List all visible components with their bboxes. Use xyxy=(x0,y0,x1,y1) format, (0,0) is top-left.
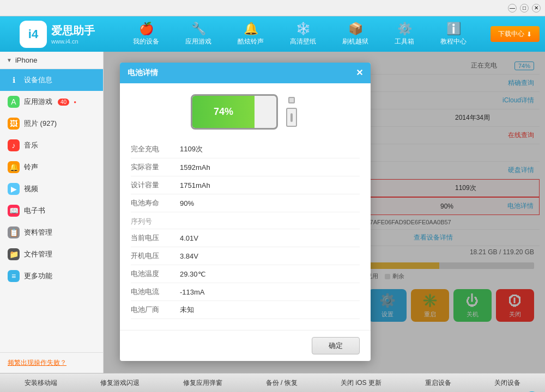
sidebar-label: 音乐 xyxy=(24,140,38,150)
sidebar-label: 资料管理 xyxy=(24,228,52,237)
sidebar-item-photos[interactable]: 🖼 照片 (927) xyxy=(0,113,103,134)
apps-badge: 40 xyxy=(58,99,69,106)
modal-detail-value: -113mA xyxy=(180,288,360,296)
modal-footer: 确定 xyxy=(120,330,371,361)
nav-tutorials[interactable]: ℹ️ 教程中心 xyxy=(436,20,471,48)
modal-detail-label: 开机电压 xyxy=(131,251,180,261)
disable-update-button[interactable]: 关闭 iOS 更新 xyxy=(336,376,386,390)
charger-body xyxy=(286,108,297,127)
sidebar-label: 视频 xyxy=(24,184,38,194)
close-window-button[interactable]: ✕ xyxy=(532,4,541,13)
sidebar-item-videos[interactable]: ▶ 视频 xyxy=(0,178,103,200)
reboot-button[interactable]: 重启设备 xyxy=(421,376,456,390)
modal-detail-label: 电池电流 xyxy=(131,287,180,297)
tools-icon: ⚙️ xyxy=(397,22,412,36)
photos-icon: 🖼 xyxy=(8,118,20,130)
nav-wallpapers[interactable]: ❄️ 高清壁纸 xyxy=(286,20,320,48)
nav-label: 应用游戏 xyxy=(185,37,211,46)
logo-text: 爱思助手 www.i4.cn xyxy=(51,23,95,45)
ebooks-icon: 📖 xyxy=(8,205,20,217)
app-header: i4 爱思助手 www.i4.cn 🍎 我的设备 🔧 应用游戏 🔔 酷炫铃声 ❄… xyxy=(0,16,545,52)
install-mobile-button[interactable]: 安装移动端 xyxy=(20,376,62,390)
nav-my-device[interactable]: 🍎 我的设备 xyxy=(129,20,164,48)
battery-icon-right xyxy=(283,96,300,128)
collapse-arrow: ▼ xyxy=(7,57,12,63)
modal-detail-label: 当前电压 xyxy=(131,233,180,243)
sidebar-label: 应用游戏 xyxy=(24,97,52,107)
device-label: ▼ iPhone xyxy=(0,52,103,69)
apps-icon: 🔧 xyxy=(191,22,206,36)
download-icon: ⬇ xyxy=(526,30,532,38)
modal-detail-value: 1751mAh xyxy=(180,181,360,189)
nav-tools[interactable]: ⚙️ 工具箱 xyxy=(390,20,419,48)
modal-header: 电池详情 ✕ xyxy=(120,63,371,83)
modal-close-button[interactable]: ✕ xyxy=(356,69,363,77)
more-icon: ≡ xyxy=(8,270,20,282)
modal-detail-actual-capacity: 实际容量 1592mAh xyxy=(131,158,360,176)
fix-popup-button[interactable]: 修复应用弹窗 xyxy=(179,376,227,390)
app-name: 爱思助手 xyxy=(51,23,95,38)
sidebar-label: 设备信息 xyxy=(24,75,52,85)
modal-section-serial: 序列号 xyxy=(131,212,360,229)
nav-ringtones[interactable]: 🔔 酷炫铃声 xyxy=(233,20,268,48)
modal-detail-label: 电池温度 xyxy=(131,269,180,279)
sidebar-item-data-mgmt[interactable]: 📋 资料管理 xyxy=(0,222,103,243)
sidebar-label: 电子书 xyxy=(24,206,45,216)
modal-detail-boot-voltage: 开机电压 3.84V xyxy=(131,247,360,265)
backup-restore-button[interactable]: 备份 / 恢复 xyxy=(262,376,302,390)
nav-label: 教程中心 xyxy=(440,37,467,46)
sidebar-item-ringtones[interactable]: 🔔 铃声 xyxy=(0,156,103,178)
sidebar-item-file-mgmt[interactable]: 📁 文件管理 xyxy=(0,243,103,265)
modal-detail-label: 完全充电 xyxy=(131,144,180,154)
download-center-button[interactable]: 下载中心 ⬇ xyxy=(491,26,540,42)
minimize-button[interactable]: — xyxy=(508,4,517,13)
fix-crash-button[interactable]: 修复游戏闪退 xyxy=(96,376,144,390)
nav-label: 我的设备 xyxy=(133,37,159,46)
nav-label: 酷炫铃声 xyxy=(238,37,264,46)
sidebar-label: 铃声 xyxy=(24,162,38,172)
modal-detail-value: 未知 xyxy=(180,305,360,315)
modal-detail-voltage: 当前电压 4.01V xyxy=(131,229,360,247)
nav-label: 高清壁纸 xyxy=(290,37,316,46)
help-link[interactable]: 频繁出现操作失败？ xyxy=(8,359,66,366)
modal-detail-label: 设计容量 xyxy=(131,180,180,190)
app-url: www.i4.cn xyxy=(51,38,95,45)
battery-percent: 74% xyxy=(214,106,233,118)
modal-detail-value: 1109次 xyxy=(180,144,360,154)
modal-body: 74% xyxy=(120,83,371,330)
nav-label: 刷机越狱 xyxy=(342,37,368,46)
modal-detail-design-capacity: 设计容量 1751mAh xyxy=(131,176,360,194)
sidebar-item-apps[interactable]: A 应用游戏 40 ● xyxy=(0,91,103,113)
modal-detail-value: 29.30℃ xyxy=(180,270,360,278)
modal-detail-label: 电池厂商 xyxy=(131,305,180,315)
music-icon: ♪ xyxy=(8,139,20,151)
sidebar-item-ebooks[interactable]: 📖 电子书 xyxy=(0,200,103,222)
my-device-icon: 🍎 xyxy=(139,22,154,36)
maximize-button[interactable]: □ xyxy=(520,4,529,13)
modal-detail-current: 电池电流 -113mA xyxy=(131,283,360,301)
modal-detail-value: 4.01V xyxy=(180,234,360,242)
modal-title: 电池详情 xyxy=(128,68,158,78)
modal-detail-value: 3.84V xyxy=(180,252,360,260)
sidebar-label: 更多功能 xyxy=(24,271,52,281)
nav-apps[interactable]: 🔧 应用游戏 xyxy=(181,20,216,48)
modal-overlay: 电池详情 ✕ 74% xyxy=(104,52,545,373)
videos-icon: ▶ xyxy=(8,183,20,195)
content-area: F89) 正在充电 74% Apple ID锁 精确查询 iCloud iClo… xyxy=(104,52,545,373)
nav-jailbreak[interactable]: 📦 刷机越狱 xyxy=(338,20,373,48)
modal-detail-battery-life: 电池寿命 90% xyxy=(131,194,360,212)
badge-dot: ● xyxy=(74,100,76,105)
sidebar: ▼ iPhone ℹ 设备信息 A 应用游戏 40 ● 🖼 照片 (927) ♪… xyxy=(0,52,104,373)
bottom-toolbar: 安装移动端 修复游戏闪退 修复应用弹窗 备份 / 恢复 关闭 iOS 更新 重启… xyxy=(0,373,545,392)
charger-pin xyxy=(290,113,293,122)
shutdown-device-button[interactable]: 关闭设备 xyxy=(490,376,525,390)
main-layout: ▼ iPhone ℹ 设备信息 A 应用游戏 40 ● 🖼 照片 (927) ♪… xyxy=(0,52,545,373)
battery-visual: 74% xyxy=(131,94,360,130)
sidebar-label: 文件管理 xyxy=(24,249,52,259)
sidebar-item-more[interactable]: ≡ 更多功能 xyxy=(0,265,103,287)
sidebar-item-device-info[interactable]: ℹ 设备信息 xyxy=(0,69,103,91)
device-info-icon: ℹ xyxy=(8,74,20,86)
confirm-button[interactable]: 确定 xyxy=(312,337,360,354)
ringtones-sidebar-icon: 🔔 xyxy=(8,161,20,173)
sidebar-item-music[interactable]: ♪ 音乐 xyxy=(0,134,103,156)
